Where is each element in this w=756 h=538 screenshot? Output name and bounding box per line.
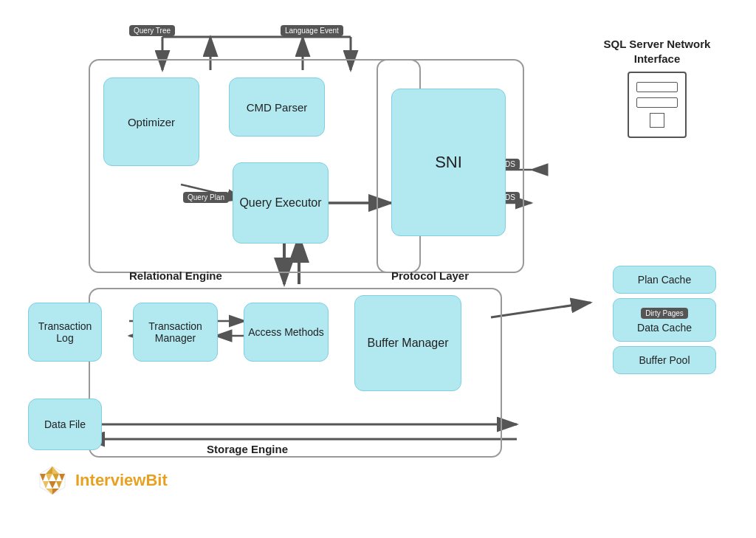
- language-event-label: Language Event: [281, 25, 343, 36]
- server-icon: [628, 72, 687, 138]
- optimizer-box: Optimizer: [103, 77, 199, 166]
- storage-engine-label: Storage Engine: [207, 443, 288, 455]
- data-cache-box: Dirty Pages Data Cache: [613, 298, 716, 342]
- logo-text: InterviewBit: [75, 471, 168, 490]
- logo-area: InterviewBit: [37, 465, 168, 496]
- svg-marker-34: [52, 489, 59, 494]
- sni-box: SNI: [391, 89, 506, 236]
- svg-marker-25: [46, 466, 52, 474]
- buffer-manager-box: Buffer Manager: [354, 295, 461, 391]
- svg-marker-30: [43, 481, 49, 489]
- server-slot-3: [650, 113, 664, 128]
- transaction-manager-box: Transaction Manager: [133, 303, 218, 362]
- buffer-pool-section: Plan Cache Dirty Pages Data Cache Buffer…: [613, 266, 716, 374]
- protocol-layer-label: Protocol Layer: [391, 269, 469, 282]
- cmd-parser-box: CMD Parser: [229, 77, 325, 137]
- svg-marker-32: [56, 481, 62, 489]
- server-slot-1: [636, 82, 678, 92]
- server-slot-2: [636, 97, 678, 108]
- svg-marker-31: [49, 481, 56, 489]
- svg-marker-26: [40, 474, 46, 481]
- query-tree-label: Query Tree: [129, 25, 175, 36]
- logo-text-black: Interview: [75, 471, 145, 489]
- svg-line-20: [491, 303, 591, 317]
- relational-engine-label: Relational Engine: [129, 269, 222, 282]
- svg-marker-28: [52, 474, 59, 481]
- svg-marker-33: [46, 489, 52, 494]
- buffer-pool-box: Buffer Pool: [613, 346, 716, 374]
- sql-server-network-interface: SQL Server Network Interface: [598, 37, 716, 138]
- plan-cache-box: Plan Cache: [613, 266, 716, 294]
- data-cache-label: Data Cache: [619, 322, 709, 334]
- svg-marker-24: [52, 466, 59, 474]
- svg-marker-27: [46, 474, 52, 481]
- logo-text-orange: Bit: [145, 471, 167, 489]
- dirty-pages-badge: Dirty Pages: [641, 308, 688, 319]
- access-methods-box: Access Methods: [244, 303, 329, 362]
- svg-marker-29: [59, 474, 65, 481]
- logo-icon: [37, 465, 68, 496]
- query-executor-box: Query Executor: [233, 162, 329, 244]
- sni-title: SQL Server Network Interface: [598, 37, 716, 66]
- data-file-box: Data File: [28, 399, 102, 450]
- transaction-log-box: Transaction Log: [28, 303, 102, 362]
